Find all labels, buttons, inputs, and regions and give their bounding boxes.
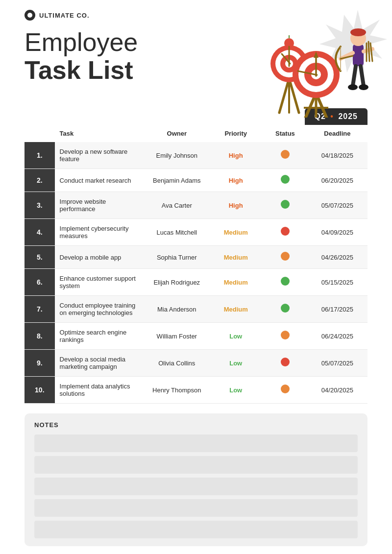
note-line-2 [34,456,358,474]
owner-name: William Foster [145,323,208,350]
svg-point-37 [359,84,368,90]
deadline-date: 05/07/2025 [307,350,368,377]
task-name: Develop a mobile app [55,246,146,269]
notes-section: NOTES [24,413,368,546]
owner-name: Elijah Rodriguez [145,269,208,296]
deadline-date: 05/07/2025 [307,192,368,219]
row-num: 8. [24,323,55,350]
row-num: 5. [24,246,55,269]
col-header-status: Status [263,125,307,142]
status-indicator [263,142,307,169]
owner-name: Sophia Turner [145,246,208,269]
row-num: 7. [24,296,55,323]
row-num: 9. [24,350,55,377]
table-row: 1. Develop a new software feature Emily … [24,142,368,169]
owner-name: Ava Carter [145,192,208,219]
task-name: Improve website performance [55,192,146,219]
status-indicator [263,169,307,192]
status-dot [281,175,290,184]
priority-value: High [208,192,263,219]
status-indicator [263,323,307,350]
status-dot [281,277,290,286]
page: ULTIMATE CO. Employee Task List Q2 • 202… [0,0,392,554]
status-dot [281,150,290,159]
table-row: 2. Conduct market research Benjamin Adam… [24,169,368,192]
deadline-date: 06/24/2025 [307,323,368,350]
priority-value: Medium [208,219,263,246]
status-indicator [263,350,307,377]
owner-name: Olivia Collins [145,350,208,377]
deadline-date: 04/20/2025 [307,377,368,404]
priority-value: High [208,142,263,169]
svg-line-1 [279,78,289,113]
svg-line-34 [353,66,356,86]
svg-line-32 [368,42,369,61]
task-name: Conduct employee training on emerging te… [55,296,146,323]
priority-value: Low [208,350,263,377]
priority-value: High [208,169,263,192]
table-row: 7. Conduct employee training on emerging… [24,296,368,323]
row-num: 6. [24,269,55,296]
row-num: 10. [24,377,55,404]
col-header-owner: Owner [145,125,208,142]
note-line-3 [34,478,358,495]
row-num: 1. [24,142,55,169]
owner-name: Lucas Mitchell [145,219,208,246]
table-row: 3. Improve website performance Ava Carte… [24,192,368,219]
col-header-task: Task [55,125,146,142]
illustration [230,0,392,118]
status-indicator [263,296,307,323]
table-row: 5. Develop a mobile app Sophia Turner Me… [24,246,368,269]
header: ULTIMATE CO. Employee Task List Q2 • 202… [0,0,392,125]
table-header-row: Task Owner Priority Status Deadline [24,125,368,142]
status-dot [281,385,290,393]
note-line-5 [34,521,358,538]
table-row: 9. Develop a social media marketing camp… [24,350,368,377]
task-name: Enhance customer support system [55,269,146,296]
status-indicator [263,219,307,246]
task-name: Develop a new software feature [55,142,146,169]
col-header-priority: Priority [208,125,263,142]
owner-name: Mia Anderson [145,296,208,323]
row-num: 2. [24,169,55,192]
row-num: 3. [24,192,55,219]
table-row: 4. Implement cybersecurity measures Luca… [24,219,368,246]
task-name: Implement data analytics solutions [55,377,146,404]
status-indicator [263,192,307,219]
task-name: Optimize search engine rankings [55,323,146,350]
logo-icon [24,10,35,21]
priority-value: Medium [208,246,263,269]
status-dot [281,304,290,313]
status-dot [281,227,290,236]
deadline-date: 04/09/2025 [307,219,368,246]
table-row: 10. Implement data analytics solutions H… [24,377,368,404]
table-row: 6. Enhance customer support system Elija… [24,269,368,296]
status-indicator [263,269,307,296]
table-row: 8. Optimize search engine rankings Willi… [24,323,368,350]
row-num: 4. [24,219,55,246]
task-name: Implement cybersecurity measures [55,219,146,246]
deadline-date: 06/20/2025 [307,169,368,192]
status-dot [281,252,290,261]
col-header-deadline: Deadline [307,125,368,142]
task-table: Task Owner Priority Status Deadline 1. D… [24,125,368,404]
priority-value: Low [208,323,263,350]
priority-value: Medium [208,296,263,323]
task-name: Develop a social media marketing campaig… [55,350,146,377]
status-dot [281,200,290,209]
status-dot [281,358,290,366]
owner-name: Henry Thompson [145,377,208,404]
svg-point-36 [348,84,358,90]
owner-name: Benjamin Adams [145,169,208,192]
company-name: ULTIMATE CO. [39,12,90,19]
note-line-4 [34,499,358,517]
notes-title: NOTES [34,421,358,429]
note-line-1 [34,434,358,452]
owner-name: Emily Johnson [145,142,208,169]
status-dot [281,331,290,339]
priority-value: Low [208,377,263,404]
svg-line-33 [370,43,372,61]
status-indicator [263,246,307,269]
table-section: Task Owner Priority Status Deadline 1. D… [0,125,392,404]
priority-value: Medium [208,269,263,296]
